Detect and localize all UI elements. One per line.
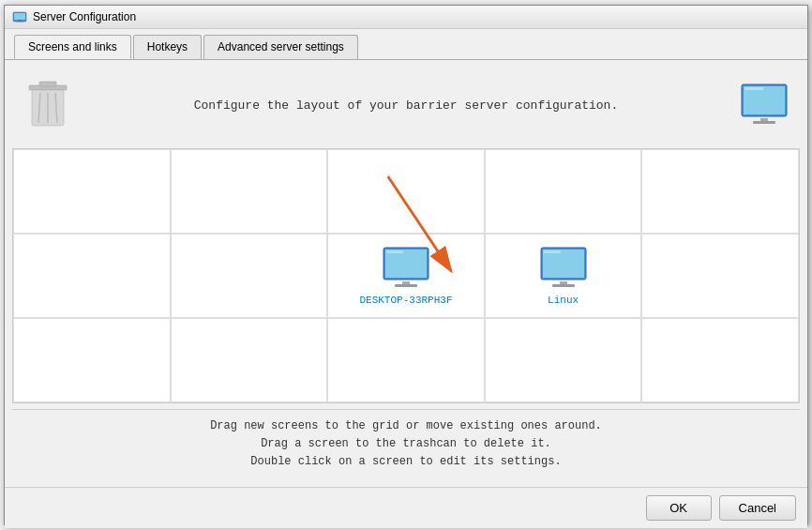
grid-cell-3-5[interactable] [641,318,799,402]
screen-desktop[interactable]: DESKTOP-33RPH3F [359,246,452,306]
grid-cell-2-3[interactable]: DESKTOP-33RPH3F [327,234,485,318]
grid-cell-1-1[interactable] [13,149,171,234]
instructions: Drag new screens to the grid or move exi… [12,409,800,479]
trash-icon [20,75,76,136]
svg-rect-12 [744,87,763,90]
instruction-line1: Drag new screens to the grid or move exi… [20,417,792,435]
svg-rect-19 [395,284,417,287]
cancel-button[interactable]: Cancel [719,495,796,521]
grid-cell-3-4[interactable] [485,318,642,402]
button-bar: OK Cancel [5,487,807,528]
screen-linux[interactable]: Linux [539,246,588,306]
tab-bar: Screens and links Hotkeys Advanced serve… [5,29,807,60]
screen-desktop-label: DESKTOP-33RPH3F [359,295,452,306]
screen-grid: DESKTOP-33RPH3F Linux [12,148,800,403]
instruction-line2: Drag a screen to the trashcan to delete … [20,435,792,453]
title-bar: Server Configuration [5,6,807,29]
svg-rect-18 [402,281,410,284]
grid-cell-1-3[interactable] [327,149,485,234]
grid-cell-1-2[interactable] [171,149,328,234]
svg-rect-3 [16,22,23,23]
svg-rect-13 [760,118,768,121]
grid-cell-1-4[interactable] [485,149,642,234]
svg-rect-23 [560,281,567,284]
grid-cell-3-3[interactable] [327,318,485,402]
grid-cell-2-1[interactable] [13,234,171,318]
svg-rect-17 [386,250,403,253]
grid-cell-3-2[interactable] [171,318,328,402]
svg-rect-2 [18,20,22,22]
svg-rect-1 [14,13,25,20]
svg-rect-16 [385,250,427,278]
ok-button[interactable]: OK [646,495,712,521]
svg-rect-11 [744,86,785,114]
title-bar-icon [12,9,27,24]
grid-cell-2-5[interactable] [641,234,799,318]
grid-cell-2-2[interactable] [171,234,328,318]
tab-hotkeys[interactable]: Hotkeys [133,35,202,59]
svg-rect-22 [544,250,561,253]
svg-rect-21 [543,250,584,278]
svg-rect-24 [552,284,575,287]
tab-screens[interactable]: Screens and links [14,35,131,59]
content-area: Configure the layout of your barrier ser… [5,60,807,487]
tab-advanced[interactable]: Advanced server settings [203,35,358,59]
title-bar-title: Server Configuration [33,10,136,23]
grid-cell-3-1[interactable] [13,318,171,402]
server-config-dialog: Server Configuration Screens and links H… [4,5,808,525]
instruction-line3: Double click on a screen to edit its set… [20,453,792,471]
help-text: Configure the layout of your barrier ser… [76,98,736,113]
svg-rect-5 [39,82,56,86]
screen-linux-label: Linux [548,295,579,306]
svg-rect-14 [753,121,775,124]
grid-cell-2-4[interactable]: Linux [485,234,642,318]
grid-cell-1-5[interactable] [641,149,799,234]
monitor-top-icon [736,75,792,136]
top-section: Configure the layout of your barrier ser… [12,68,800,143]
